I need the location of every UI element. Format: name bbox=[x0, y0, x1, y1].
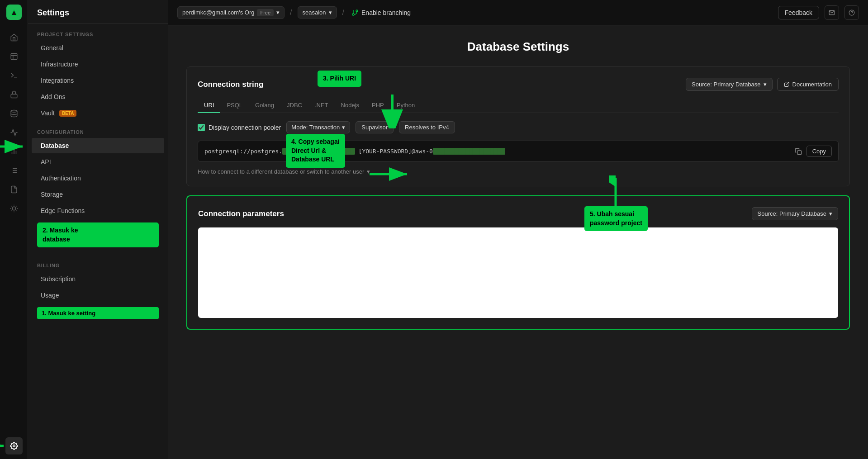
sidebar-item-addons[interactable]: Add Ons bbox=[32, 89, 164, 104]
sidebar-item-api-label: API bbox=[41, 158, 51, 166]
org-plan-tag: Free bbox=[257, 9, 274, 16]
params-source-dropdown[interactable]: Source: Primary Database ▾ bbox=[752, 207, 838, 220]
nav-docs[interactable] bbox=[5, 181, 23, 198]
enable-branching[interactable]: Enable branching bbox=[351, 9, 411, 16]
sidebar-item-storage[interactable]: Storage bbox=[32, 187, 164, 202]
page-title: Database Settings bbox=[186, 40, 850, 54]
sidebar-item-usage-label: Usage bbox=[41, 292, 59, 299]
nav-functions[interactable] bbox=[5, 124, 23, 141]
tab-jdbc[interactable]: JDBC bbox=[280, 98, 308, 113]
tab-psql[interactable]: PSQL bbox=[220, 98, 249, 113]
sidebar-item-general[interactable]: General bbox=[32, 40, 164, 56]
how-to-connect-text: How to connect to a different database o… bbox=[198, 168, 364, 175]
mode-dropdown[interactable]: Mode: Transaction ▾ bbox=[286, 121, 350, 133]
connection-tabs: URI PSQL Golang JDBC .NET Nodejs PHP Pyt… bbox=[198, 98, 839, 113]
nav-auth[interactable] bbox=[5, 86, 23, 103]
conn-password-placeholder: [YOUR-PASSWORD]@aws-0 bbox=[355, 148, 433, 155]
org-selector[interactable]: perdimkc@gmail.com's Org Free ▾ bbox=[177, 6, 285, 19]
connection-string-header: Connection string Source: Primary Databa… bbox=[198, 78, 839, 91]
icon-sidebar bbox=[0, 0, 28, 459]
org-name: perdimkc@gmail.com's Org bbox=[182, 9, 254, 16]
connection-params-card: Connection parameters Source: Primary Da… bbox=[186, 195, 850, 330]
tab-nodejs[interactable]: Nodejs bbox=[335, 98, 365, 113]
enable-branching-label: Enable branching bbox=[361, 9, 411, 16]
billing-label: BILLING bbox=[28, 255, 168, 271]
annotation-ubah: 5. Ubah sesuai password project bbox=[584, 206, 648, 231]
sidebar-item-infrastructure[interactable]: Infrastructure bbox=[32, 57, 164, 72]
nav-editor[interactable] bbox=[5, 48, 23, 65]
params-source-label: Source: Primary Database bbox=[758, 210, 826, 217]
doc-label: Documentation bbox=[792, 81, 832, 88]
nav-home[interactable] bbox=[5, 29, 23, 46]
topbar-sep-2: / bbox=[342, 9, 344, 17]
params-source-chevron: ▾ bbox=[829, 210, 832, 217]
source-dropdown[interactable]: Source: Primary Database ▾ bbox=[686, 78, 772, 91]
vault-beta-badge: BETA bbox=[59, 110, 76, 117]
connection-params-body bbox=[198, 227, 838, 318]
svg-rect-6 bbox=[11, 94, 17, 98]
svg-line-25 bbox=[16, 206, 16, 206]
nav-logs[interactable] bbox=[5, 162, 23, 179]
sidebar-item-infrastructure-label: Infrastructure bbox=[41, 61, 78, 68]
svg-point-17 bbox=[12, 207, 16, 210]
branch-name: seasalon bbox=[303, 9, 326, 16]
connection-string-title: Connection string bbox=[198, 80, 263, 89]
svg-rect-43 bbox=[797, 151, 802, 155]
branch-icon bbox=[351, 9, 359, 16]
documentation-button[interactable]: Documentation bbox=[777, 78, 839, 91]
arrow-ubah-up bbox=[609, 175, 622, 209]
sidebar-item-subscription[interactable]: Subscription bbox=[32, 271, 164, 287]
org-chevron: ▾ bbox=[276, 9, 280, 16]
sidebar-item-general-label: General bbox=[41, 44, 63, 52]
mode-label: Mode: Transaction bbox=[291, 124, 340, 131]
annotation-masuk-setting: 1. Masuk ke setting bbox=[37, 307, 159, 319]
configuration-label: CONFIGURATION bbox=[28, 121, 168, 137]
sidebar-item-subscription-label: Subscription bbox=[41, 275, 76, 283]
arrow-settings bbox=[0, 438, 9, 454]
copy-button[interactable]: Copy bbox=[806, 146, 832, 157]
tab-golang[interactable]: Golang bbox=[249, 98, 280, 113]
annotation-pilih-uri: 3. Pilih URI bbox=[318, 71, 361, 87]
project-settings-label: PROJECT SETTINGS bbox=[28, 24, 168, 40]
conn-prefix: postgresql://postgres. bbox=[204, 148, 282, 155]
main-content: Database Settings 3. Pilih URI 4. Copy s… bbox=[168, 25, 868, 459]
pooler-checkbox[interactable] bbox=[198, 124, 205, 131]
annotation-copy-sebagai: 4. Copy sebagai Direct Url & Database UR… bbox=[286, 134, 345, 168]
connection-params-title: Connection parameters bbox=[198, 209, 284, 218]
sidebar-item-authentication[interactable]: Authentication bbox=[32, 170, 164, 186]
svg-point-32 bbox=[356, 10, 358, 12]
pooler-checkbox-wrap[interactable]: Display connection pooler bbox=[198, 124, 281, 131]
source-chevron: ▾ bbox=[764, 81, 767, 88]
arrow-copy-right bbox=[367, 167, 413, 181]
arrow-database bbox=[0, 140, 27, 153]
svg-line-42 bbox=[786, 82, 789, 85]
help-button[interactable] bbox=[844, 5, 859, 20]
svg-point-26 bbox=[13, 445, 15, 447]
tab-net[interactable]: .NET bbox=[308, 98, 335, 113]
connection-string-card: Connection string Source: Primary Databa… bbox=[186, 66, 850, 186]
nav-terminal[interactable] bbox=[5, 67, 23, 84]
sidebar-item-vault-label: Vault bbox=[41, 109, 55, 117]
how-to-connect[interactable]: How to connect to a different database o… bbox=[198, 168, 839, 175]
nav-bulb[interactable] bbox=[5, 200, 23, 217]
mail-button[interactable] bbox=[825, 5, 839, 20]
sidebar-item-edge-functions[interactable]: Edge Functions bbox=[32, 203, 164, 218]
sidebar-item-vault[interactable]: Vault BETA bbox=[32, 105, 164, 121]
sidebar-item-edge-functions-label: Edge Functions bbox=[41, 207, 85, 214]
arrow-pilih-uri bbox=[381, 92, 403, 128]
sidebar-item-usage[interactable]: Usage bbox=[32, 288, 164, 303]
main-wrapper: perdimkc@gmail.com's Org Free ▾ / seasal… bbox=[168, 0, 868, 459]
sidebar-item-integrations[interactable]: Integrations bbox=[32, 73, 164, 88]
tab-uri[interactable]: URI bbox=[198, 98, 220, 113]
pooler-label[interactable]: Display connection pooler bbox=[209, 124, 281, 131]
branch-selector[interactable]: seasalon ▾ bbox=[298, 6, 337, 19]
svg-line-20 bbox=[11, 206, 12, 206]
copy-icon-small[interactable] bbox=[795, 148, 802, 155]
resolves-button[interactable]: Resolves to IPv4 bbox=[399, 121, 455, 133]
nav-storage[interactable] bbox=[5, 105, 23, 122]
feedback-button[interactable]: Feedback bbox=[778, 6, 819, 19]
svg-point-33 bbox=[352, 14, 354, 15]
sidebar-item-api[interactable]: API bbox=[32, 154, 164, 170]
sidebar-item-database[interactable]: Database bbox=[32, 138, 164, 153]
sidebar-item-integrations-label: Integrations bbox=[41, 77, 74, 84]
